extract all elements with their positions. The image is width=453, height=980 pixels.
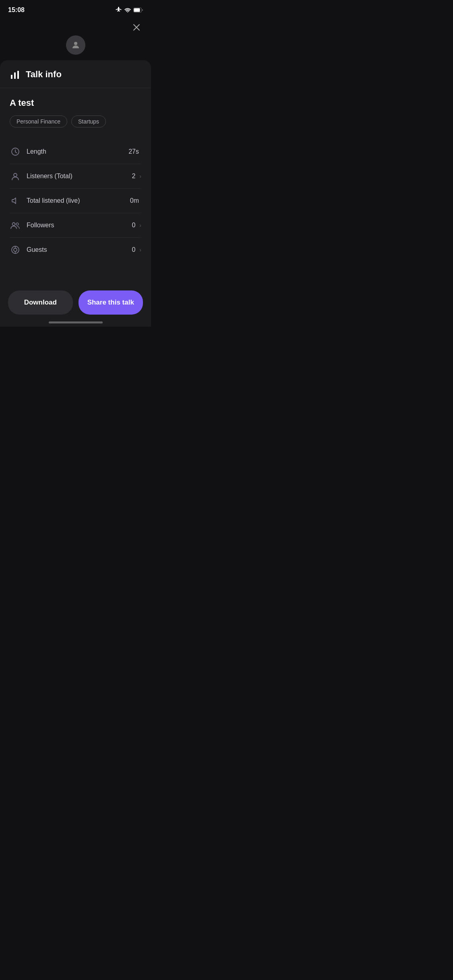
guests-chevron: › [139,247,141,253]
listeners-icon [10,171,21,182]
sheet-content: A test Personal Finance Startups Length … [0,88,151,262]
status-bar: 15:08 [0,0,151,18]
talk-info-icon [10,69,20,80]
stat-listeners[interactable]: Listeners (Total) 2 › [10,164,141,189]
guests-icon [10,244,21,255]
stat-length: Length 27s [10,140,141,164]
stat-total-listened: Total listened (live) 0m [10,189,141,213]
tags-container: Personal Finance Startups [10,115,141,128]
share-button[interactable]: Share this talk [79,290,143,315]
svg-rect-7 [14,72,16,79]
stat-followers[interactable]: Followers 0 › [10,213,141,238]
followers-value: 0 [132,222,135,229]
tag-personal-finance[interactable]: Personal Finance [10,115,67,128]
svg-point-3 [74,42,77,45]
avatar [66,35,85,55]
svg-point-10 [14,173,17,177]
clock-icon [10,146,21,157]
tag-startups[interactable]: Startups [71,115,106,128]
followers-label: Followers [27,222,132,229]
sheet-header: Talk info [0,60,151,88]
followers-icon [10,220,21,231]
sheet-title: Talk info [26,69,62,80]
listeners-label: Listeners (Total) [27,173,132,180]
svg-point-12 [16,223,19,225]
svg-rect-8 [17,71,19,79]
guests-label: Guests [27,246,132,253]
stats-list: Length 27s Listeners (Total) 2 › [10,140,141,262]
length-label: Length [27,148,128,155]
listeners-value: 2 [132,173,135,180]
battery-icon [133,8,143,12]
status-time: 15:08 [8,6,25,14]
guests-value: 0 [132,246,135,253]
stat-guests[interactable]: Guests 0 › [10,238,141,262]
svg-point-14 [14,248,17,251]
total-listened-value: 0m [130,197,139,204]
airplane-icon [116,7,122,13]
length-value: 27s [128,148,139,155]
speaker-icon [10,195,21,206]
listeners-chevron: › [139,173,141,179]
close-button[interactable] [130,21,143,34]
talk-info-sheet: Talk info A test Personal Finance Startu… [0,60,151,327]
bottom-buttons: Download Share this talk [0,290,151,315]
wifi-icon [124,8,131,12]
home-indicator [49,321,103,323]
talk-title: A test [10,98,141,108]
svg-point-0 [127,12,128,12]
status-icons [116,7,143,13]
followers-chevron: › [139,222,141,229]
close-area [0,18,151,37]
svg-rect-6 [11,75,12,79]
svg-point-11 [12,223,15,226]
download-button[interactable]: Download [8,290,73,315]
svg-rect-2 [134,8,140,12]
total-listened-label: Total listened (live) [27,197,130,204]
